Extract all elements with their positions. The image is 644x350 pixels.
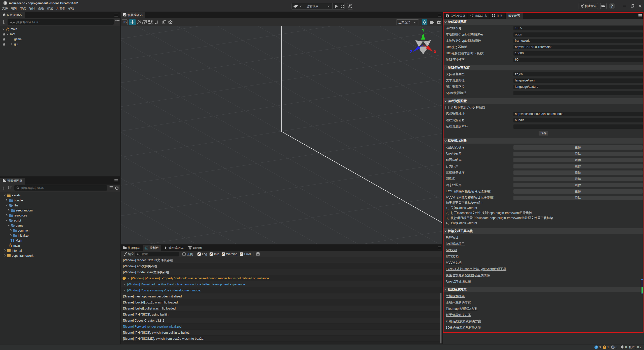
svg-text:X: X (434, 50, 436, 54)
svg-text:Z: Z (410, 50, 413, 54)
svg-text:Y: Y (422, 28, 425, 33)
